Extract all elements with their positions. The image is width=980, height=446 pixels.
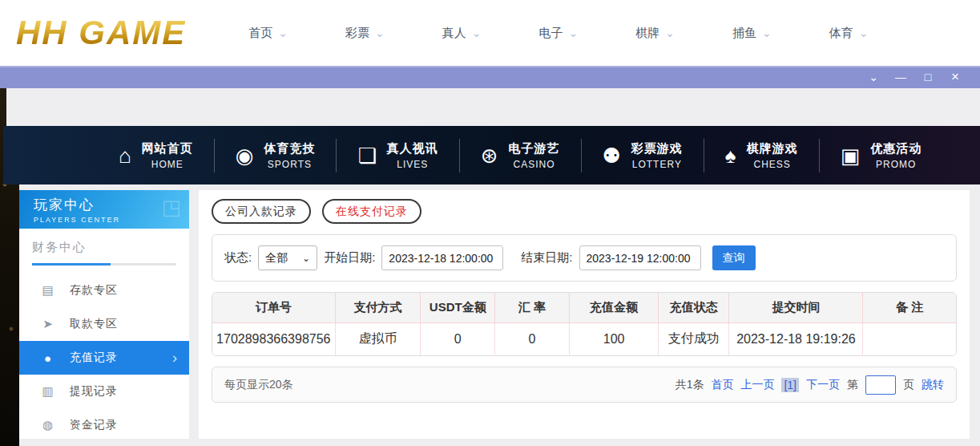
top-nav-item[interactable]: 棋牌⌄ <box>635 26 675 41</box>
column-header: 订单号 <box>212 293 335 322</box>
main-nav-item-casino[interactable]: ⊛电子游艺CASINO <box>460 141 581 170</box>
tab-online-payment-records[interactable]: 在线支付记录 <box>322 199 421 224</box>
sidebar: 玩家中心 PLAYERS CENTER ◳ 财务中心 ▤存款专区➤取款专区●充值… <box>19 190 189 439</box>
home-icon: ⌂ <box>119 145 131 166</box>
chevron-down-icon: ⌄ <box>375 27 385 39</box>
top-nav-item[interactable]: 电子⌄ <box>539 26 579 41</box>
main-nav-item-sports[interactable]: ◉体育竞技SPORTS <box>215 141 337 170</box>
start-date-input[interactable] <box>381 245 503 270</box>
nav-labels: 棋牌游戏CHESS <box>747 141 798 170</box>
nav-labels: 电子游艺CASINO <box>509 141 560 170</box>
lottery-balls-icon: ⚉ <box>603 145 621 166</box>
column-header: 提交时间 <box>729 293 863 322</box>
table-cell: 虚拟币 <box>335 322 421 355</box>
chevron-down-icon: ⌄ <box>302 253 310 264</box>
main-nav-item-lottery[interactable]: ⚉彩票游戏LOTTERY <box>582 141 704 170</box>
per-page-label: 每页显示20条 <box>224 378 293 392</box>
column-header: 充值金额 <box>569 293 658 322</box>
window-maximize-icon[interactable]: □ <box>914 66 942 88</box>
section-underline <box>32 263 176 266</box>
status-label: 状态: <box>224 250 252 266</box>
table-cell: 支付成功 <box>659 322 729 355</box>
chevron-right-icon: › <box>172 351 178 365</box>
nav-label-cn: 优惠活动 <box>870 141 922 156</box>
spade-icon: ♠ <box>725 145 736 166</box>
page-suffix-label: 页 <box>903 378 914 392</box>
nav-label-cn: 棋牌游戏 <box>747 141 798 156</box>
table-cell <box>863 322 956 355</box>
main-nav-item-promo[interactable]: ▣优惠活动PROMO <box>820 141 943 170</box>
end-date-input[interactable] <box>579 245 701 270</box>
tab-company-deposit-records[interactable]: 公司入款记录 <box>212 199 311 224</box>
finance-center-label: 财务中心 <box>32 240 176 255</box>
sidebar-item-label: 存款专区 <box>70 283 118 298</box>
top-nav-item[interactable]: 体育⌄ <box>829 26 869 41</box>
top-nav-item[interactable]: 真人⌄ <box>442 26 482 41</box>
record-tabs: 公司入款记录 在线支付记录 <box>212 199 957 224</box>
prev-page-link[interactable]: 上一页 <box>740 378 774 392</box>
sidebar-item-label: 资金记录 <box>70 418 118 432</box>
gamepad-icon: ◳ <box>161 195 181 220</box>
total-count: 共1条 <box>676 378 704 392</box>
table-cell: 1702898366398756 <box>212 322 335 355</box>
end-date-label: 结束日期: <box>521 250 572 266</box>
window-titlebar: ⌄ — □ × <box>0 66 980 88</box>
status-select-value: 全部 <box>265 251 288 266</box>
nav-label-cn: 彩票游戏 <box>631 141 683 156</box>
start-date-label: 开始日期: <box>324 250 375 266</box>
table-cell: 100 <box>569 322 658 355</box>
window-close-icon[interactable]: × <box>942 66 969 88</box>
sports-ball-icon: ◉ <box>236 145 254 166</box>
page-background: ⌂网站首页HOME◉体育竞技SPORTS❏真人视讯LIVES⊛电子游艺CASIN… <box>0 88 980 446</box>
top-nav-label: 首页 <box>248 26 272 41</box>
top-nav-item[interactable]: 首页⌄ <box>248 26 288 41</box>
sidebar-item-withdraw-zone[interactable]: ➤取款专区 <box>19 307 189 341</box>
table-cell: 2023-12-18 19:19:26 <box>729 322 863 355</box>
sidebar-menu: ▤存款专区➤取款专区●充值记录›▥提现记录◍资金记录 <box>19 274 189 439</box>
hand-money-icon: ➤ <box>40 317 56 331</box>
main-nav-item-chess[interactable]: ♠棋牌游戏CHESS <box>704 141 819 170</box>
window-minimize-icon[interactable]: — <box>887 66 914 88</box>
chevron-down-icon: ⌄ <box>859 27 869 39</box>
main-nav-item-lives[interactable]: ❏真人视讯LIVES <box>337 141 458 170</box>
sidebar-item-deposit-zone[interactable]: ▤存款专区 <box>19 274 189 307</box>
top-nav-item[interactable]: 捕鱼⌄ <box>732 26 772 41</box>
table-cell: 0 <box>421 322 495 355</box>
brand-logo[interactable]: HH GAME <box>16 14 210 52</box>
search-button[interactable]: 查询 <box>712 245 756 270</box>
column-header: 支付方式 <box>335 293 421 322</box>
top-nav-label: 捕鱼 <box>732 26 756 41</box>
table-body: 1702898366398756虚拟币00100支付成功2023-12-18 1… <box>212 322 956 355</box>
top-nav: 首页⌄彩票⌄真人⌄电子⌄棋牌⌄捕鱼⌄体育⌄ <box>248 26 868 41</box>
nav-label-cn: 真人视讯 <box>387 141 438 156</box>
purse-icon: ◍ <box>40 418 56 432</box>
status-select[interactable]: 全部 ⌄ <box>258 245 317 270</box>
main-nav-item-home[interactable]: ⌂网站首页HOME <box>98 141 214 170</box>
nav-label-en: LOTTERY <box>631 159 683 170</box>
cards-icon: ❏ <box>357 145 376 166</box>
table-row[interactable]: 1702898366398756虚拟币00100支付成功2023-12-18 1… <box>212 322 956 355</box>
sidebar-item-funds-records[interactable]: ◍资金记录 <box>19 408 189 439</box>
sidebar-item-recharge-records[interactable]: ●充值记录› <box>19 341 189 375</box>
window-dropdown-icon[interactable]: ⌄ <box>860 66 887 88</box>
nav-label-cn: 电子游艺 <box>509 141 560 156</box>
nav-labels: 优惠活动PROMO <box>870 141 922 170</box>
jump-link[interactable]: 跳转 <box>922 378 944 392</box>
moneybag-icon: ● <box>40 351 56 365</box>
column-header: 备 注 <box>863 293 956 322</box>
sidebar-item-withdraw-records[interactable]: ▥提现记录 <box>19 375 189 408</box>
main-nav: ⌂网站首页HOME◉体育竞技SPORTS❏真人视讯LIVES⊛电子游艺CASIN… <box>3 126 980 184</box>
page-prefix-label: 第 <box>847 378 858 392</box>
sidebar-item-label: 充值记录 <box>70 351 118 365</box>
next-page-link[interactable]: 下一页 <box>806 378 840 392</box>
first-page-link[interactable]: 首页 <box>711 378 733 392</box>
sidebar-section: 财务中心 <box>19 229 189 274</box>
chevron-down-icon: ⌄ <box>665 27 675 39</box>
gift-icon: ▣ <box>841 145 861 166</box>
page-number-input[interactable] <box>865 375 896 395</box>
top-nav-item[interactable]: 彩票⌄ <box>345 26 385 41</box>
sidebar-item-label: 提现记录 <box>70 384 118 399</box>
pagination-bar: 每页显示20条 共1条 首页 上一页 [1] 下一页 第 页 跳转 <box>212 367 957 403</box>
nav-labels: 体育竞技SPORTS <box>264 141 315 170</box>
top-nav-label: 真人 <box>442 26 466 41</box>
